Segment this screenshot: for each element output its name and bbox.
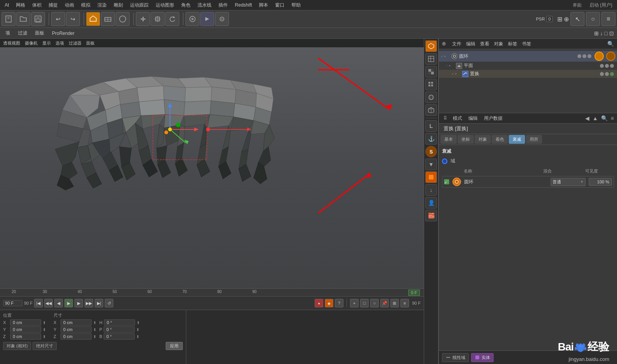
toolbar-model-mode[interactable]: [86, 12, 100, 26]
toolbar-render-settings[interactable]: [215, 12, 229, 26]
rot-b-input[interactable]: [104, 333, 135, 340]
vp-down-icon[interactable]: ↓: [600, 30, 603, 36]
menu-snap[interactable]: 捕捉: [45, 1, 61, 9]
vp-menu-camera[interactable]: 摄像机: [25, 40, 38, 46]
rmenu-search-icon[interactable]: 🔍: [607, 41, 614, 47]
toolbar-save[interactable]: [31, 12, 45, 26]
props-more-icon[interactable]: ≡: [611, 115, 614, 121]
pos-y-arrow[interactable]: ⬆: [43, 328, 46, 332]
vp-icon-checkerboard[interactable]: [425, 66, 437, 78]
size-x-arrow[interactable]: ⬆: [93, 321, 96, 325]
apply-button[interactable]: 应用: [166, 342, 183, 350]
vp-menu-view[interactable]: 透视视图: [3, 40, 20, 46]
menu-help[interactable]: 帮助: [288, 1, 304, 9]
tl-grid[interactable]: ⊞: [390, 299, 399, 307]
tl-circle[interactable]: ○: [370, 299, 379, 307]
props-tab-useso[interactable]: 用所: [526, 135, 542, 144]
tl-help[interactable]: ?: [335, 299, 343, 307]
rot-h-arrow[interactable]: ⬆: [137, 321, 140, 325]
tl-square[interactable]: □: [360, 299, 369, 307]
toolbar-mesh-mode[interactable]: [101, 12, 115, 26]
props-userdata[interactable]: 用户数据: [482, 114, 504, 122]
props-tab-coords[interactable]: 坐标: [458, 135, 474, 144]
solid-btn[interactable]: 实体: [471, 353, 494, 362]
vp-icon-person2[interactable]: 🧱: [425, 210, 437, 221]
tl-more[interactable]: ≡: [400, 299, 409, 307]
toolbar2-panel[interactable]: 面板: [33, 29, 47, 37]
vp-menu-display[interactable]: 显示: [42, 40, 51, 46]
toolbar-select[interactable]: ○: [586, 12, 600, 26]
vp-icon-hook[interactable]: ⚓: [425, 133, 437, 145]
tl-pin[interactable]: 📌: [380, 299, 389, 307]
tl-prev-key[interactable]: ◀◀: [44, 299, 53, 307]
menu-plugins[interactable]: 插件: [215, 1, 231, 9]
toolbar-rotate[interactable]: [165, 12, 179, 26]
props-mode[interactable]: 模式: [451, 114, 464, 122]
obj-item-plane[interactable]: ✓ • 平面: [439, 62, 617, 70]
props-tab-decay[interactable]: 衰减: [509, 135, 525, 144]
domain-radio[interactable]: [442, 159, 447, 164]
size-x-input[interactable]: [61, 319, 92, 326]
vp-icon-L[interactable]: L: [425, 120, 437, 132]
toolbar-render-preview[interactable]: [185, 12, 199, 26]
vp-icon-cube[interactable]: [425, 104, 437, 116]
props-forward-icon[interactable]: ▲: [593, 115, 598, 121]
pos-x-arrow[interactable]: ⬆: [43, 321, 46, 325]
menu-grid[interactable]: 网格: [13, 1, 28, 9]
menu-volume[interactable]: 体积: [29, 1, 45, 9]
rot-p-input[interactable]: [104, 326, 135, 333]
props-back-icon[interactable]: ◀: [585, 115, 589, 121]
rmenu-view[interactable]: 查看: [480, 41, 489, 47]
toolbar-move[interactable]: ✛: [136, 12, 150, 26]
vp-split-icon[interactable]: ⊡: [609, 30, 614, 36]
rmenu-object[interactable]: 对象: [494, 41, 503, 47]
pos-x-input[interactable]: [10, 319, 41, 326]
obj-item-torus[interactable]: ✓ • 圆环: [439, 51, 617, 62]
props-tab-basic[interactable]: 基本: [440, 135, 457, 144]
rot-p-arrow[interactable]: ⬆: [136, 328, 139, 332]
size-y-input[interactable]: [61, 326, 92, 333]
menu-redshift[interactable]: Redshift: [232, 2, 255, 9]
toolbar2-item[interactable]: 项: [3, 29, 12, 37]
rmenu-edit[interactable]: 编辑: [466, 41, 475, 47]
torus-material-icon2[interactable]: [606, 52, 615, 61]
tl-play[interactable]: ▶: [64, 299, 73, 307]
vp-maximize-icon[interactable]: □: [605, 30, 608, 36]
vp-icon-S[interactable]: S: [425, 146, 437, 157]
size-y-arrow[interactable]: ⬆: [93, 328, 96, 332]
tl-play-end[interactable]: ▶|: [95, 299, 103, 307]
tl-prev-frame[interactable]: ◀: [54, 299, 63, 307]
tl-add-keyframe[interactable]: +: [350, 299, 359, 307]
toolbar-redo[interactable]: ↪: [66, 12, 80, 26]
timeline-ruler[interactable]: 20 30 40 50 60 70 80 90 0 F: [0, 289, 424, 297]
menu-window[interactable]: 窗口: [272, 1, 288, 9]
toolbar-scale[interactable]: [151, 12, 165, 26]
linear-domain-btn[interactable]: 线性域: [442, 353, 469, 362]
menu-startup[interactable]: 启动 (用户): [586, 1, 615, 9]
menu-animate[interactable]: 动画: [62, 1, 77, 9]
toolbar2-filter[interactable]: 过滤: [16, 29, 29, 37]
menu-render[interactable]: 渲染: [94, 1, 110, 9]
toolbar-undo[interactable]: ↩: [51, 12, 65, 26]
decay-blend-dropdown[interactable]: 普通 ▼: [551, 178, 586, 186]
decay-row-check[interactable]: ✓: [444, 179, 449, 185]
3d-viewport[interactable]: 透视视图 摄像机 显示 选项 过滤器 面板: [0, 39, 424, 288]
decay-visible-value[interactable]: 100 %: [589, 178, 612, 186]
props-tab-shading[interactable]: 着色: [492, 135, 508, 144]
tl-play-start[interactable]: |◀: [34, 299, 43, 307]
vp-icon-down-arrow3[interactable]: ↓: [425, 184, 437, 196]
start-frame-input[interactable]: [3, 300, 23, 306]
tl-next-key[interactable]: ▶▶: [85, 299, 93, 307]
vp-icon-texture[interactable]: [425, 53, 437, 65]
rmenu-bookmarks[interactable]: 书签: [522, 41, 531, 47]
vp-menu-panels[interactable]: 面板: [86, 40, 95, 46]
size-z-input[interactable]: [61, 333, 92, 340]
toolbar-cursor[interactable]: ↖: [570, 12, 584, 26]
menu-pipeline[interactable]: 流水线: [194, 1, 215, 9]
toolbar-live[interactable]: ≡: [601, 12, 615, 26]
vp-icon-person[interactable]: 👤: [425, 197, 437, 209]
rmenu-tags[interactable]: 标签: [508, 41, 517, 47]
vp-icon-orange-square[interactable]: [425, 171, 437, 183]
obj-item-displace[interactable]: ✓ • 置换: [439, 70, 617, 78]
vp-icon-grid2[interactable]: [425, 79, 437, 90]
